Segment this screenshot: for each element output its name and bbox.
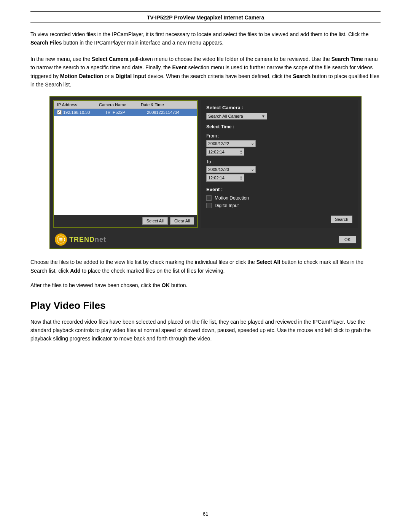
trendnet-logo-icon xyxy=(55,233,67,246)
ok-button[interactable]: OK xyxy=(339,236,356,243)
bold-event: Event xyxy=(172,64,186,70)
col-date-header: Date & Time xyxy=(141,102,194,107)
screenshot-container: IP Address Camera Name Date & Time 192.1… xyxy=(49,96,362,249)
bold-search-time: Search Time xyxy=(331,56,363,62)
digital-input-checkbox[interactable] xyxy=(206,203,212,208)
trendnet-trend: TREND xyxy=(69,236,95,243)
camera-dropdown[interactable]: Search All Camera ▼ xyxy=(206,113,267,120)
right-panel-footer: Search xyxy=(206,212,352,223)
screenshot-inner: IP Address Camera Name Date & Time 192.1… xyxy=(50,97,361,231)
footer-rule xyxy=(30,507,381,507)
trendnet-brand-text: TRENDnet xyxy=(69,236,106,244)
intro-paragraph-1: To view recorded video files in the IPCa… xyxy=(30,30,381,47)
from-date-input[interactable]: 2009/12/22 ∨ xyxy=(206,140,256,147)
header-bottom-rule xyxy=(30,22,381,22)
from-date-arrow-icon: ∨ xyxy=(251,142,254,146)
to-time-row: 12:02:14 ▲ ▼ xyxy=(206,174,352,182)
row-camera: TV-IP522P xyxy=(105,110,147,115)
search-button[interactable]: Search xyxy=(331,216,352,223)
from-time-spinner: ▲ ▼ xyxy=(240,149,242,155)
event-label: Event : xyxy=(206,187,352,192)
row-ip: 192.168.10.30 xyxy=(63,110,105,115)
row-checkbox[interactable] xyxy=(57,110,62,115)
left-panel: IP Address Camera Name Date & Time 192.1… xyxy=(53,100,198,228)
to-date-input[interactable]: 2009/12/23 ∨ xyxy=(206,166,256,173)
to-date-arrow-icon: ∨ xyxy=(251,168,254,172)
bold-motion-detection: Motion Detection xyxy=(60,73,104,79)
event-section: Event : Motion Detection Digital Input xyxy=(206,187,352,211)
to-spinner-down-icon: ▼ xyxy=(240,178,242,181)
from-time-input[interactable]: 12:02:14 ▲ ▼ xyxy=(206,148,244,156)
bottom-bar: TRENDnet OK xyxy=(50,231,361,248)
to-time-input[interactable]: 12:02:14 ▲ ▼ xyxy=(206,174,244,182)
section-text: Now that the recorded video files have b… xyxy=(30,318,381,343)
select-all-button[interactable]: Select All xyxy=(142,217,168,225)
from-date-value: 2009/12/22 xyxy=(208,141,229,146)
from-date-row: 2009/12/22 ∨ xyxy=(206,140,352,147)
camera-dropdown-row: Search All Camera ▼ xyxy=(206,113,352,120)
trendnet-logo: TRENDnet xyxy=(55,233,106,246)
bold-select-all-body: Select All xyxy=(256,259,280,265)
page-header: TV-IP522P ProView Megapixel Internet Cam… xyxy=(30,14,381,21)
from-time-value: 12:02:14 xyxy=(208,150,225,154)
camera-dropdown-value: Search All Camera xyxy=(208,114,243,118)
left-panel-content xyxy=(54,116,197,215)
to-date-row: 2009/12/23 ∨ xyxy=(206,166,352,173)
body-text-2: After the files to be viewed have been c… xyxy=(30,281,381,289)
from-time-row: 12:02:14 ▲ ▼ xyxy=(206,148,352,156)
digital-input-text: Digital Input xyxy=(215,203,239,208)
spinner-up-icon: ▲ xyxy=(240,149,242,152)
digital-input-item: Digital Input xyxy=(206,203,352,208)
right-panel: Select Camera : Search All Camera ▼ Sele… xyxy=(201,100,358,228)
to-time-value: 12:02:14 xyxy=(208,176,225,180)
to-time-spinner: ▲ ▼ xyxy=(240,175,242,181)
body-text-1: Choose the files to be added to the view… xyxy=(30,258,381,275)
to-spinner-up-icon: ▲ xyxy=(240,175,242,178)
trendnet-logo-svg xyxy=(57,235,65,244)
spinner-down-icon: ▼ xyxy=(240,152,242,155)
to-date-value: 2009/12/23 xyxy=(208,167,229,172)
bold-search-files: Search Files xyxy=(30,40,62,46)
intro-paragraph-2: In the new menu, use the Select Camera p… xyxy=(30,55,381,89)
dropdown-arrow-icon: ▼ xyxy=(261,114,265,118)
left-panel-footer: Select All Clear All xyxy=(54,215,197,227)
bold-ok: OK xyxy=(162,282,170,288)
bold-add: Add xyxy=(70,268,80,274)
bold-select-camera: Select Camera xyxy=(92,56,129,62)
page-number: 61 xyxy=(30,511,381,517)
header-title: TV-IP522P ProView Megapixel Internet Cam… xyxy=(147,14,264,21)
motion-detection-item: Motion Detection xyxy=(206,195,352,201)
motion-detection-checkbox[interactable] xyxy=(206,195,212,201)
left-panel-header: IP Address Camera Name Date & Time xyxy=(54,101,197,109)
bold-search: Search xyxy=(293,73,311,79)
select-camera-label: Select Camera : xyxy=(206,105,352,110)
select-time-label: Select Time : xyxy=(206,124,352,129)
to-label: To : xyxy=(206,159,352,165)
row-date: 20091223114734 xyxy=(147,110,194,115)
col-camera-header: Camera Name xyxy=(99,102,141,107)
col-ip-header: IP Address xyxy=(57,102,99,107)
clear-all-button[interactable]: Clear All xyxy=(170,217,194,225)
from-label: From : xyxy=(206,133,352,139)
trendnet-net: net xyxy=(95,236,106,243)
left-panel-row[interactable]: 192.168.10.30 TV-IP522P 20091223114734 xyxy=(54,109,197,116)
motion-detection-text: Motion Detection xyxy=(215,195,249,201)
bold-digital-input: Digital Input xyxy=(115,73,146,79)
header-top-rule xyxy=(30,11,381,12)
section-heading: Play Video Files xyxy=(30,300,381,312)
